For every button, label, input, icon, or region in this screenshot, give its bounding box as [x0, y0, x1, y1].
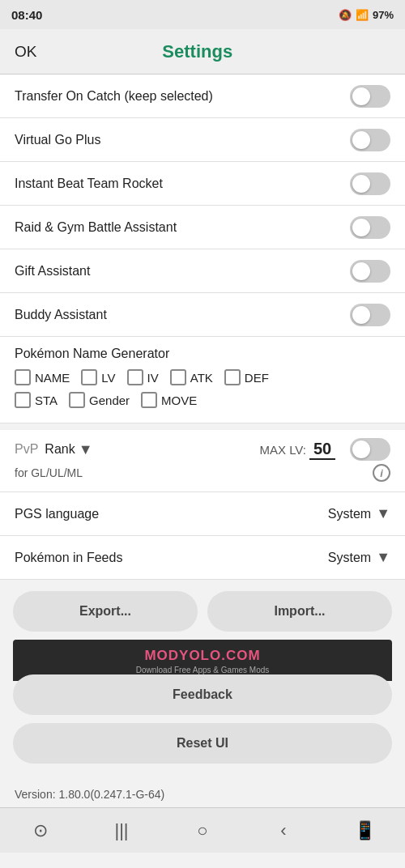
setting-row-transfer-on-catch: Transfer On Catch (keep selected)	[0, 74, 405, 118]
toggle-track	[350, 172, 390, 195]
export-button[interactable]: Export...	[13, 591, 198, 632]
checkbox-label-gender: Gender	[89, 394, 130, 407]
checkbox-box-gender	[69, 392, 85, 408]
toggle-gift-assistant[interactable]	[350, 260, 390, 283]
toggle-thumb	[352, 131, 370, 149]
toggle-track	[350, 216, 390, 239]
pokemon-feeds-select[interactable]: System ▼	[328, 549, 390, 566]
checkbox-row-2: STA Gender MOVE	[15, 392, 390, 408]
checkbox-box-iv	[127, 369, 143, 385]
setting-row-gift-assistant: Gift Assistant	[0, 249, 405, 293]
checkbox-iv[interactable]: IV	[127, 369, 159, 385]
pvp-section: PvP Rank ▼ MAX LV: 50 for GL/UL/ML i	[0, 430, 405, 492]
bottom-nav-phone[interactable]: 📱	[344, 815, 385, 847]
buttons-section: Export... Import... MODYOLO.COM Download…	[0, 580, 405, 778]
modyolo-sub-text: Download Free Apps & Games Mods	[13, 666, 392, 674]
page-title: Settings	[162, 41, 232, 62]
checkbox-label-name: NAME	[35, 371, 70, 385]
bottom-nav: ⊙ ||| ○ ‹ 📱	[0, 807, 405, 853]
checkbox-box-name	[15, 369, 31, 385]
setting-label-gift-assistant: Gift Assistant	[15, 264, 90, 279]
feedback-modyolo-wrapper: MODYOLO.COM Download Free Apps & Games M…	[13, 640, 392, 715]
pvp-maxlv-label: MAX LV:	[259, 443, 306, 457]
pgs-language-select[interactable]: System ▼	[328, 505, 390, 522]
setting-row-buddy-assistant: Buddy Assistant	[0, 293, 405, 337]
setting-row-virtual-go-plus: Virtual Go Plus	[0, 118, 405, 162]
export-import-row: Export... Import...	[13, 591, 392, 632]
modyolo-main-text: MODYOLO.COM	[13, 648, 392, 664]
bottom-nav-menu[interactable]: |||	[101, 815, 142, 847]
toggle-raid-gym-battle-assistant[interactable]	[350, 216, 390, 239]
setting-label-virtual-go-plus: Virtual Go Plus	[15, 133, 100, 147]
feedback-button[interactable]: Feedback	[13, 674, 392, 715]
toggle-pvp[interactable]	[350, 438, 390, 461]
pokemon-feeds-label: Pokémon in Feeds	[15, 551, 122, 565]
checkbox-name[interactable]: NAME	[15, 369, 70, 385]
checkbox-label-iv: IV	[147, 371, 159, 385]
pokemon-feeds-arrow-icon: ▼	[376, 549, 390, 566]
setting-label-raid-gym-battle-assistant: Raid & Gym Battle Assistant	[15, 220, 177, 235]
pgs-language-label: PGS language	[15, 507, 99, 521]
pvp-maxlv-group: MAX LV: 50	[259, 440, 335, 460]
checkbox-atk[interactable]: ATK	[170, 369, 213, 385]
setting-row-raid-gym-battle-assistant: Raid & Gym Battle Assistant	[0, 206, 405, 249]
ok-button[interactable]: OK	[15, 43, 36, 61]
pvp-row: PvP Rank ▼ MAX LV: 50	[15, 438, 390, 461]
pokemon-feeds-row: Pokémon in Feeds System ▼	[0, 536, 405, 580]
toggle-transfer-on-catch[interactable]	[350, 85, 390, 108]
checkbox-label-lv: LV	[101, 371, 115, 385]
pvp-dropdown-arrow-icon: ▼	[79, 441, 93, 458]
checkbox-def[interactable]: DEF	[224, 369, 269, 385]
bottom-nav-gamepad[interactable]: ⊙	[20, 815, 61, 847]
pvp-sub-row: for GL/UL/ML i	[15, 464, 390, 488]
notification-icon: 🔕	[339, 9, 352, 21]
toggle-virtual-go-plus[interactable]	[350, 129, 390, 151]
pvp-prefix-label: PvP	[15, 442, 38, 457]
toggle-track	[350, 304, 390, 326]
checkbox-box-move	[141, 392, 157, 408]
battery-text: 97%	[373, 9, 394, 21]
pgs-language-arrow-icon: ▼	[376, 505, 390, 522]
setting-row-instant-beat-team-rocket: Instant Beat Team Rocket	[0, 162, 405, 206]
import-button[interactable]: Import...	[207, 591, 392, 632]
bottom-nav-home[interactable]: ○	[182, 815, 223, 847]
toggle-thumb	[352, 219, 370, 236]
checkbox-box-atk	[170, 369, 186, 385]
toggle-thumb	[352, 262, 370, 280]
toggle-instant-beat-team-rocket[interactable]	[350, 172, 390, 195]
pvp-maxlv-value: 50	[309, 440, 335, 460]
toggle-track	[350, 85, 390, 108]
toggle-thumb	[352, 87, 370, 105]
pvp-info-icon[interactable]: i	[373, 464, 390, 482]
pvp-rank-value: Rank	[45, 442, 75, 457]
wifi-icon: 📶	[356, 9, 369, 21]
name-generator-title: Pokémon Name Generator	[15, 347, 390, 361]
setting-label-instant-beat-team-rocket: Instant Beat Team Rocket	[15, 177, 163, 191]
pgs-language-value: System	[328, 507, 371, 521]
checkbox-label-sta: STA	[35, 394, 58, 407]
reset-ui-button[interactable]: Reset UI	[13, 723, 392, 764]
toggle-thumb-pvp	[352, 440, 370, 458]
status-time: 08:40	[11, 8, 42, 22]
version-text: Version: 1.80.0(0.247.1-G-64)	[15, 788, 164, 801]
checkbox-label-def: DEF	[245, 371, 269, 385]
checkbox-box-def	[224, 369, 241, 385]
checkbox-label-atk: ATK	[190, 371, 213, 385]
checkbox-move[interactable]: MOVE	[141, 392, 197, 408]
pvp-sub-label: for GL/UL/ML	[15, 466, 83, 479]
checkbox-lv[interactable]: LV	[81, 369, 115, 385]
toggle-track	[350, 129, 390, 151]
checkbox-sta[interactable]: STA	[15, 392, 58, 408]
pgs-language-row: PGS language System ▼	[0, 492, 405, 536]
checkbox-gender[interactable]: Gender	[69, 392, 130, 408]
pvp-rank-dropdown[interactable]: Rank ▼	[45, 441, 92, 458]
spacer-1	[0, 423, 405, 430]
toggle-track	[350, 260, 390, 283]
nav-bar: OK Settings	[0, 29, 405, 74]
pokemon-feeds-value: System	[328, 551, 371, 565]
toggle-buddy-assistant[interactable]	[350, 304, 390, 326]
status-icons: 🔕 📶 97%	[339, 9, 394, 21]
bottom-nav-back[interactable]: ‹	[263, 815, 304, 847]
setting-label-buddy-assistant: Buddy Assistant	[15, 308, 107, 322]
toggle-track-pvp	[350, 438, 390, 461]
